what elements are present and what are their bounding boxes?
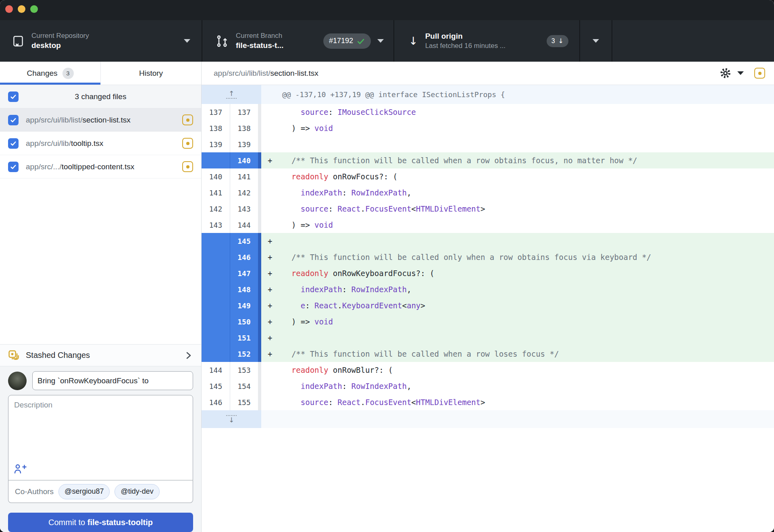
- modified-icon: [182, 138, 193, 149]
- pull-origin-button[interactable]: ↓ Pull origin Last fetched 16 minutes ..…: [393, 20, 579, 62]
- new-line-number[interactable]: 142: [230, 185, 258, 201]
- add-co-author-icon[interactable]: [14, 463, 27, 474]
- commit-summary-input[interactable]: [32, 371, 193, 390]
- diff-line-code: ) => void: [261, 120, 774, 136]
- gear-icon[interactable]: [719, 67, 732, 79]
- diff-line-code: indexPath: RowIndexPath,: [261, 185, 774, 201]
- new-line-number[interactable]: 155: [230, 394, 258, 410]
- diff-line: 151+: [202, 330, 774, 346]
- old-line-number[interactable]: [202, 330, 230, 346]
- repository-value: desktop: [31, 41, 89, 50]
- old-line-number[interactable]: [202, 249, 230, 265]
- tab-changes[interactable]: Changes 3: [0, 62, 100, 85]
- current-branch-button[interactable]: Current Branch file-status-t... #17192: [202, 20, 393, 62]
- file-row[interactable]: app/src/ui/lib/list/section-list.tsx: [0, 108, 201, 132]
- commit-description-input[interactable]: [8, 395, 193, 456]
- pull-title: Pull origin: [425, 32, 506, 41]
- old-line-number[interactable]: 139: [202, 136, 230, 152]
- diff-rows: 137137 source: IMouseClickSource138138 )…: [202, 104, 774, 410]
- branch-value: file-status-t...: [236, 41, 283, 50]
- diff-line-code: + /** This function will be called when …: [261, 346, 774, 362]
- old-line-number[interactable]: [202, 265, 230, 281]
- diff-line: 144153 readonly onRowBlur?: (: [202, 362, 774, 378]
- stashed-changes-row[interactable]: Stashed Changes: [0, 344, 201, 366]
- old-line-number[interactable]: 140: [202, 168, 230, 185]
- file-list-empty-area: [0, 179, 201, 344]
- co-authors-row: Co-Authors @sergiou87@tidy-dev: [8, 480, 193, 503]
- co-author-pill[interactable]: @sergiou87: [58, 484, 110, 499]
- stashed-changes-label: Stashed Changes: [26, 351, 90, 360]
- new-line-number[interactable]: 137: [230, 104, 258, 120]
- new-line-number[interactable]: 144: [230, 217, 258, 233]
- current-repository-button[interactable]: Current Repository desktop: [0, 20, 202, 62]
- all-files-checkbox[interactable]: [8, 91, 19, 102]
- minimize-button[interactable]: [18, 5, 25, 13]
- diff-line-code: ) => void: [261, 217, 774, 233]
- old-line-number[interactable]: 143: [202, 217, 230, 233]
- new-line-number[interactable]: 143: [230, 201, 258, 217]
- old-line-number[interactable]: 138: [202, 120, 230, 136]
- file-checkbox[interactable]: [8, 138, 19, 149]
- zoom-button[interactable]: [30, 5, 38, 13]
- file-checkbox[interactable]: [8, 115, 19, 125]
- modified-icon: [182, 114, 193, 125]
- old-line-number[interactable]: 141: [202, 185, 230, 201]
- pr-badge[interactable]: #17192: [323, 33, 371, 49]
- tab-history[interactable]: History: [100, 62, 201, 85]
- diff-line-code: +: [261, 330, 774, 346]
- file-checkbox[interactable]: [8, 162, 19, 172]
- chevron-down-icon[interactable]: [737, 71, 744, 75]
- co-author-pill[interactable]: @tidy-dev: [114, 484, 159, 499]
- new-line-number[interactable]: 153: [230, 362, 258, 378]
- expand-up-button[interactable]: ↑: [202, 85, 261, 104]
- diff-line: 145154 indexPath: RowIndexPath,: [202, 378, 774, 394]
- chevron-down-icon: [593, 39, 599, 43]
- old-line-number[interactable]: [202, 346, 230, 362]
- diff-view: ↑ @@ -137,10 +137,19 @@ interface ISecti…: [202, 85, 774, 532]
- close-button[interactable]: [5, 5, 13, 13]
- pull-options-dropdown[interactable]: [579, 20, 612, 62]
- old-line-number[interactable]: 142: [202, 201, 230, 217]
- new-line-number[interactable]: 154: [230, 378, 258, 394]
- new-line-number[interactable]: 151: [230, 330, 258, 346]
- old-line-number[interactable]: 144: [202, 362, 230, 378]
- app-window: Current Repository desktop Current Branc…: [0, 0, 774, 532]
- file-row[interactable]: app/src/ui/lib/tooltip.tsx: [0, 132, 201, 155]
- old-line-number[interactable]: [202, 233, 230, 249]
- old-line-number[interactable]: [202, 297, 230, 314]
- repo-icon: [12, 35, 24, 47]
- file-list: app/src/ui/lib/list/section-list.tsxapp/…: [0, 108, 201, 179]
- new-line-number[interactable]: 152: [230, 346, 258, 362]
- file-row[interactable]: app/src/.../tooltipped-content.tsx: [0, 155, 201, 179]
- commit-description-box: [8, 395, 193, 480]
- expand-down-button[interactable]: ↓: [202, 410, 261, 428]
- all-files-row[interactable]: 3 changed files: [0, 85, 201, 108]
- file-path: app/src/ui/lib/tooltip.tsx: [26, 139, 175, 148]
- commit-button[interactable]: Commit to file-status-tooltip: [8, 513, 193, 532]
- old-line-number[interactable]: 146: [202, 394, 230, 410]
- file-path: app/src/.../tooltipped-content.tsx: [26, 162, 175, 171]
- diff-line: 139139: [202, 136, 774, 152]
- check-icon: [356, 37, 365, 46]
- new-line-number[interactable]: 138: [230, 120, 258, 136]
- chevron-down-icon: [377, 39, 384, 43]
- new-line-number[interactable]: 149: [230, 297, 258, 314]
- arrow-down-icon: ↓: [409, 35, 418, 47]
- old-line-number[interactable]: 145: [202, 378, 230, 394]
- diff-line-code: +: [261, 233, 774, 249]
- diff-line: 137137 source: IMouseClickSource: [202, 104, 774, 120]
- old-line-number[interactable]: [202, 152, 230, 168]
- diff-line: 145+: [202, 233, 774, 249]
- new-line-number[interactable]: 141: [230, 168, 258, 185]
- new-line-number[interactable]: 139: [230, 136, 258, 152]
- new-line-number[interactable]: 140: [230, 152, 258, 168]
- new-line-number[interactable]: 147: [230, 265, 258, 281]
- old-line-number[interactable]: 137: [202, 104, 230, 120]
- old-line-number[interactable]: [202, 314, 230, 330]
- new-line-number[interactable]: 150: [230, 314, 258, 330]
- pull-subtitle: Last fetched 16 minutes ...: [425, 42, 506, 50]
- new-line-number[interactable]: 148: [230, 281, 258, 297]
- old-line-number[interactable]: [202, 281, 230, 297]
- new-line-number[interactable]: 145: [230, 233, 258, 249]
- new-line-number[interactable]: 146: [230, 249, 258, 265]
